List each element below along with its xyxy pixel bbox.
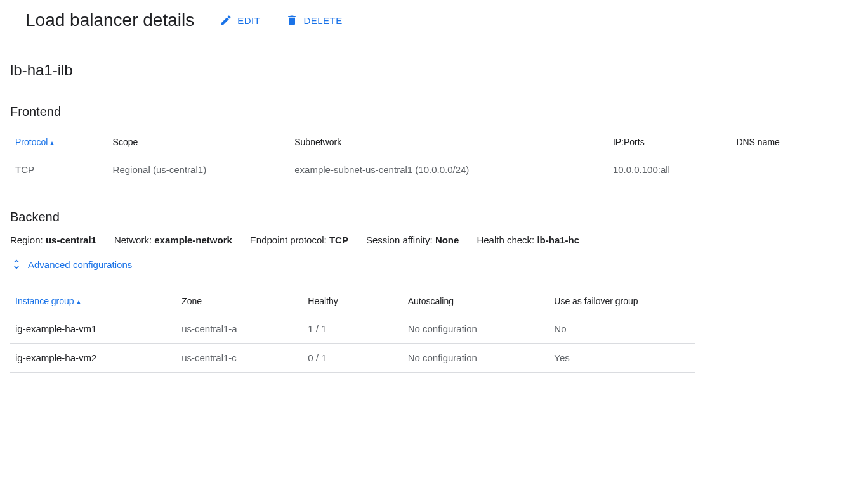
backend-col-autoscaling[interactable]: Autoscaling (403, 288, 549, 314)
advanced-configurations-label: Advanced configurations (28, 259, 132, 270)
frontend-scope: Regional (us-central1) (108, 155, 290, 184)
frontend-col-dns[interactable]: DNS name (731, 129, 829, 155)
backend-table: Instance group▴ Zone Healthy Autoscaling… (10, 288, 695, 373)
frontend-col-protocol[interactable]: Protocol▴ (10, 129, 108, 155)
delete-button[interactable]: DELETE (286, 14, 342, 27)
backend-instance-group: ig-example-ha-vm1 (10, 314, 176, 344)
backend-network: Network: example-network (114, 235, 232, 245)
expand-icon (10, 258, 23, 271)
backend-col-zone[interactable]: Zone (176, 288, 303, 314)
backend-zone: us-central1-c (176, 344, 303, 373)
frontend-section-title: Frontend (10, 105, 858, 119)
backend-col-instance-group[interactable]: Instance group▴ (10, 288, 176, 314)
table-row: ig-example-ha-vm2 us-central1-c 0 / 1 No… (10, 344, 695, 373)
backend-session-affinity: Session affinity: None (366, 235, 459, 245)
backend-meta: Region: us-central1 Network: example-net… (10, 235, 858, 245)
frontend-col-ipports[interactable]: IP:Ports (608, 129, 732, 155)
frontend-col-subnetwork[interactable]: Subnetwork (289, 129, 608, 155)
backend-zone: us-central1-a (176, 314, 303, 344)
backend-region: Region: us-central1 (10, 235, 96, 245)
header-bar: Load balancer details EDIT DELETE (0, 0, 868, 46)
backend-header-row: Instance group▴ Zone Healthy Autoscaling… (10, 288, 695, 314)
table-row: TCP Regional (us-central1) example-subne… (10, 155, 829, 184)
advanced-configurations-toggle[interactable]: Advanced configurations (10, 258, 858, 271)
frontend-protocol: TCP (10, 155, 108, 184)
backend-section-title: Backend (10, 210, 858, 224)
page-title: Load balancer details (25, 10, 194, 30)
backend-healthy: 1 / 1 (303, 314, 402, 344)
frontend-subnetwork: example-subnet-us-central1 (10.0.0.0/24) (289, 155, 608, 184)
edit-icon (220, 14, 232, 27)
delete-icon (286, 14, 298, 27)
sort-up-icon: ▴ (50, 138, 54, 147)
frontend-dns (731, 155, 829, 184)
backend-col-healthy[interactable]: Healthy (303, 288, 402, 314)
edit-label: EDIT (237, 15, 260, 26)
backend-failover: Yes (549, 344, 695, 373)
backend-healthy: 0 / 1 (303, 344, 402, 373)
edit-button[interactable]: EDIT (220, 14, 260, 27)
content: lb-ha1-ilb Frontend Protocol▴ Scope Subn… (0, 46, 868, 413)
sort-up-icon: ▴ (77, 297, 81, 306)
frontend-table: Protocol▴ Scope Subnetwork IP:Ports DNS … (10, 129, 829, 184)
frontend-header-row: Protocol▴ Scope Subnetwork IP:Ports DNS … (10, 129, 829, 155)
table-row: ig-example-ha-vm1 us-central1-a 1 / 1 No… (10, 314, 695, 344)
backend-col-failover[interactable]: Use as failover group (549, 288, 695, 314)
backend-autoscaling: No configuration (403, 314, 549, 344)
backend-health-check: Health check: lb-ha1-hc (477, 235, 579, 245)
backend-endpoint-protocol: Endpoint protocol: TCP (250, 235, 348, 245)
backend-failover: No (549, 314, 695, 344)
backend-autoscaling: No configuration (403, 344, 549, 373)
frontend-ipports: 10.0.0.100:all (608, 155, 732, 184)
backend-instance-group: ig-example-ha-vm2 (10, 344, 176, 373)
frontend-col-scope[interactable]: Scope (108, 129, 290, 155)
delete-label: DELETE (303, 15, 342, 26)
load-balancer-name: lb-ha1-ilb (10, 61, 858, 79)
